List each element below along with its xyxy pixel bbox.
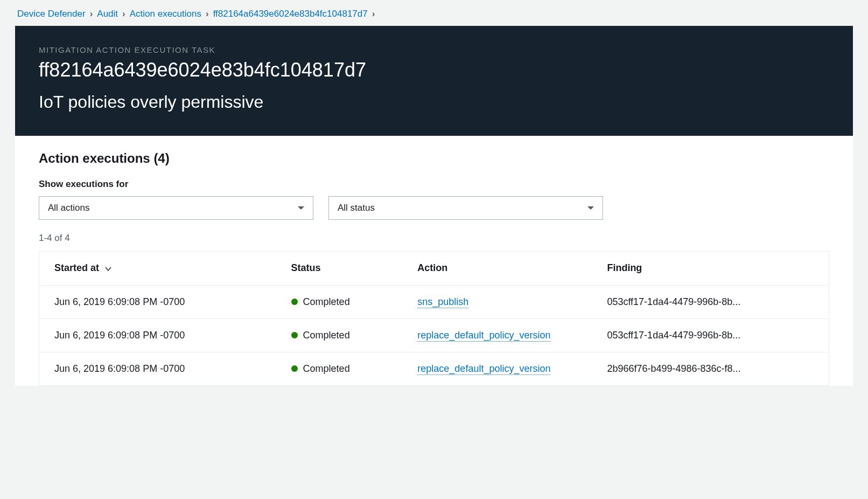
- status-text: Completed: [303, 330, 350, 341]
- cell-started-at: Jun 6, 2019 6:09:08 PM -0700: [39, 352, 276, 385]
- cell-action: replace_default_policy_version: [402, 352, 592, 385]
- col-started-at[interactable]: Started at: [39, 252, 276, 286]
- chevron-right-icon: ›: [206, 9, 209, 19]
- status-text: Completed: [303, 363, 350, 375]
- table-row: Jun 6, 2019 6:09:08 PM -0700Completedsns…: [39, 285, 829, 318]
- actions-filter-select[interactable]: All actions: [39, 196, 313, 220]
- chevron-right-icon: ›: [122, 9, 125, 19]
- page-subtitle: IoT policies overly permissive: [39, 92, 829, 112]
- filter-label: Show executions for: [39, 179, 829, 190]
- cell-status: Completed: [276, 352, 403, 385]
- header-eyebrow: MITIGATION ACTION EXECUTION TASK: [39, 45, 829, 54]
- cell-finding: 053cff17-1da4-4479-996b-8b...: [592, 285, 829, 318]
- table-header-row: Started at Status Action Finding: [39, 252, 829, 286]
- cell-finding: 2b966f76-b499-4986-836c-f8...: [592, 352, 829, 385]
- caret-down-icon: [587, 206, 594, 210]
- col-finding[interactable]: Finding: [592, 252, 829, 286]
- breadcrumb-link-action-executions[interactable]: Action executions: [130, 9, 201, 19]
- status-success-icon: [291, 299, 298, 305]
- cell-status: Completed: [276, 285, 403, 318]
- status-filter-select[interactable]: All status: [328, 196, 603, 220]
- cell-action: sns_publish: [402, 285, 592, 318]
- cell-action: replace_default_policy_version: [402, 318, 592, 352]
- table-row: Jun 6, 2019 6:09:08 PM -0700Completedrep…: [39, 318, 829, 352]
- chevron-right-icon: ›: [90, 9, 93, 19]
- breadcrumb-link-audit[interactable]: Audit: [97, 9, 118, 19]
- status-text: Completed: [303, 296, 350, 308]
- cell-status: Completed: [276, 318, 403, 352]
- section-title: Action executions (4): [39, 151, 829, 166]
- status-success-icon: [291, 365, 298, 372]
- cell-started-at: Jun 6, 2019 6:09:08 PM -0700: [39, 285, 276, 318]
- action-link[interactable]: replace_default_policy_version: [417, 363, 550, 375]
- chevron-right-icon: ›: [372, 9, 375, 19]
- breadcrumb: Device Defender › Audit › Action executi…: [0, 0, 868, 26]
- status-filter-value: All status: [338, 203, 375, 213]
- breadcrumb-link-task-id[interactable]: ff82164a6439e6024e83b4fc104817d7: [213, 9, 368, 19]
- cell-started-at: Jun 6, 2019 6:09:08 PM -0700: [39, 318, 276, 352]
- page-title: ff82164a6439e6024e83b4fc104817d7: [39, 59, 829, 81]
- action-executions-panel: Action executions (4) Show executions fo…: [15, 136, 853, 386]
- result-count: 1-4 of 4: [39, 233, 829, 244]
- executions-table: Started at Status Action Finding Jun 6, …: [39, 251, 829, 386]
- caret-down-icon: [298, 206, 304, 210]
- actions-filter-value: All actions: [48, 203, 89, 213]
- col-action[interactable]: Action: [402, 252, 592, 286]
- filter-row: All actions All status: [39, 196, 829, 220]
- action-link[interactable]: sns_publish: [417, 296, 468, 308]
- col-started-at-label: Started at: [54, 262, 99, 273]
- action-link[interactable]: replace_default_policy_version: [417, 330, 550, 342]
- breadcrumb-link-device-defender[interactable]: Device Defender: [17, 9, 86, 19]
- status-success-icon: [291, 332, 298, 338]
- page-header: MITIGATION ACTION EXECUTION TASK ff82164…: [15, 26, 853, 136]
- cell-finding: 053cff17-1da4-4479-996b-8b...: [592, 318, 829, 352]
- col-status[interactable]: Status: [276, 252, 403, 286]
- sort-descending-icon: [105, 263, 111, 274]
- table-row: Jun 6, 2019 6:09:08 PM -0700Completedrep…: [39, 352, 829, 385]
